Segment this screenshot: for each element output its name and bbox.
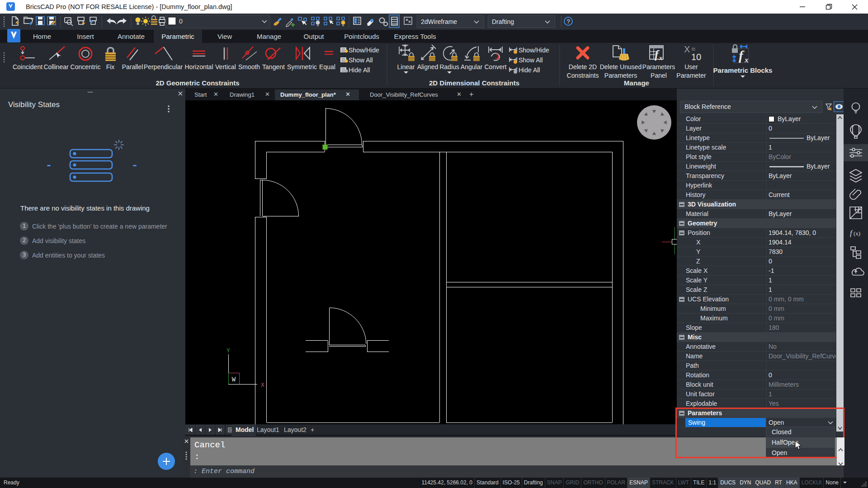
svg-text:f: f xyxy=(850,229,853,237)
svg-text:0: 0 xyxy=(179,18,183,25)
svg-text:x: x xyxy=(744,56,749,64)
svg-text:W: W xyxy=(232,376,236,383)
svg-text:f: f xyxy=(739,48,745,63)
svg-text:Y: Y xyxy=(226,347,230,354)
svg-text:x: x xyxy=(659,54,663,61)
svg-text:10: 10 xyxy=(691,52,701,62)
svg-text:?: ? xyxy=(566,18,570,25)
svg-text:(x): (x) xyxy=(854,230,860,237)
svg-text:X: X xyxy=(684,44,690,54)
svg-text:X: X xyxy=(261,382,264,389)
